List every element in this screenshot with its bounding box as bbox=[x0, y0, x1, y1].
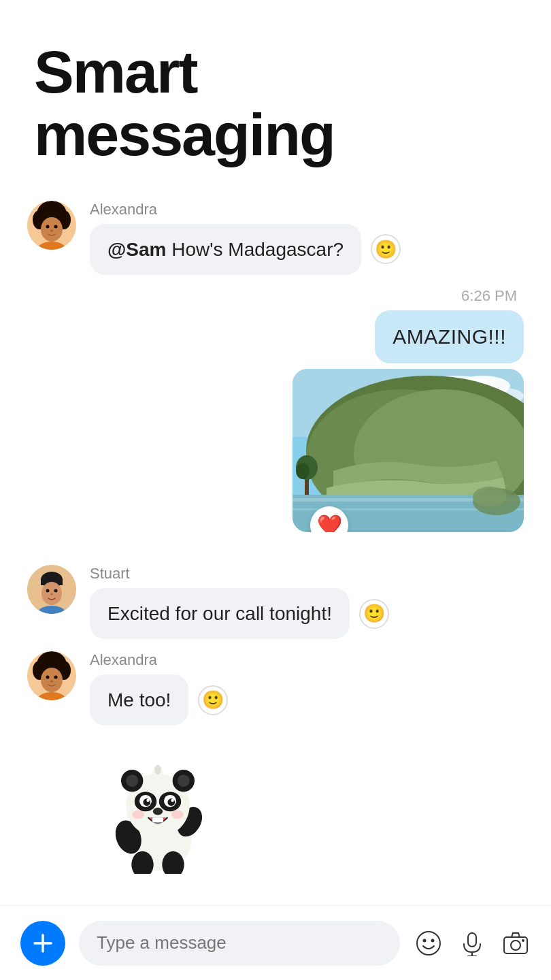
sent-message-row: 6:26 PM AMAZING!!! bbox=[27, 287, 524, 532]
chat-area: Alexandra @Sam How's Madagascar? 🙂 6:26 … bbox=[0, 187, 551, 980]
svg-point-61 bbox=[146, 799, 150, 802]
sender-name: Alexandra bbox=[90, 201, 401, 218]
sender-name: Alexandra bbox=[90, 651, 228, 669]
message-content: Stuart Excited for our call tonight! 🙂 bbox=[90, 565, 389, 639]
avatar bbox=[27, 651, 76, 700]
svg-point-65 bbox=[132, 811, 144, 819]
svg-point-52 bbox=[126, 775, 138, 787]
svg-point-5 bbox=[41, 217, 63, 242]
svg-point-68 bbox=[155, 765, 161, 774]
svg-point-79 bbox=[522, 939, 524, 942]
svg-point-42 bbox=[54, 676, 58, 679]
add-button[interactable] bbox=[20, 921, 65, 966]
svg-point-71 bbox=[417, 932, 440, 955]
emoji-button[interactable] bbox=[414, 928, 444, 958]
panda-sticker bbox=[90, 745, 226, 881]
bubble-row: Excited for our call tonight! 🙂 bbox=[90, 588, 389, 639]
svg-point-8 bbox=[50, 229, 53, 231]
svg-point-66 bbox=[171, 811, 184, 819]
svg-point-33 bbox=[50, 593, 53, 595]
message-bubble: Excited for our call tonight! bbox=[90, 588, 350, 639]
svg-point-73 bbox=[431, 938, 435, 942]
message-content: Alexandra Me too! 🙂 bbox=[90, 651, 228, 725]
svg-point-31 bbox=[46, 589, 50, 592]
sent-group: 6:26 PM AMAZING!!! bbox=[293, 287, 524, 532]
svg-point-63 bbox=[153, 808, 163, 815]
svg-point-39 bbox=[39, 653, 64, 669]
svg-point-23 bbox=[473, 487, 507, 507]
toolbar-icons bbox=[414, 928, 531, 958]
main-headline: Smart messaging bbox=[34, 41, 517, 167]
message-row: Stuart Excited for our call tonight! 🙂 bbox=[27, 565, 524, 639]
message-bubble: Me too! bbox=[90, 674, 188, 725]
avatar bbox=[27, 201, 76, 250]
message-input[interactable] bbox=[79, 921, 400, 966]
message-row: Alexandra @Sam How's Madagascar? 🙂 bbox=[27, 201, 524, 275]
message-timestamp: 6:26 PM bbox=[461, 287, 517, 305]
svg-rect-74 bbox=[468, 933, 476, 947]
sent-image: ❤️ bbox=[293, 369, 524, 532]
sent-bubble: AMAZING!!! bbox=[375, 310, 524, 363]
message-bubble: @Sam How's Madagascar? bbox=[90, 224, 361, 275]
svg-point-4 bbox=[39, 202, 64, 218]
bottom-toolbar bbox=[0, 905, 551, 980]
message-row: Alexandra Me too! 🙂 bbox=[27, 651, 524, 725]
emoji-reaction-btn[interactable]: 🙂 bbox=[359, 599, 389, 629]
svg-point-32 bbox=[54, 589, 58, 592]
avatar bbox=[27, 565, 76, 614]
emoji-reaction-btn[interactable]: 🙂 bbox=[198, 685, 228, 715]
svg-point-54 bbox=[178, 775, 190, 787]
message-content: Alexandra @Sam How's Madagascar? 🙂 bbox=[90, 201, 401, 275]
svg-point-26 bbox=[296, 463, 310, 479]
camera-button[interactable] bbox=[501, 928, 531, 958]
mention-tag: @Sam bbox=[107, 239, 166, 260]
svg-rect-64 bbox=[152, 818, 163, 823]
svg-point-40 bbox=[41, 668, 63, 692]
svg-point-62 bbox=[171, 799, 174, 802]
svg-point-41 bbox=[46, 676, 50, 679]
microphone-button[interactable] bbox=[457, 928, 487, 958]
svg-point-72 bbox=[423, 938, 427, 942]
bubble-row: @Sam How's Madagascar? 🙂 bbox=[90, 224, 401, 275]
page-title-section: Smart messaging bbox=[0, 0, 551, 187]
sender-name: Stuart bbox=[90, 565, 389, 583]
svg-point-7 bbox=[54, 225, 58, 228]
emoji-reaction-btn[interactable]: 🙂 bbox=[371, 234, 401, 264]
bubble-row: Me too! 🙂 bbox=[90, 674, 228, 725]
svg-point-43 bbox=[50, 681, 53, 683]
svg-point-6 bbox=[46, 225, 50, 228]
svg-point-78 bbox=[511, 941, 520, 950]
